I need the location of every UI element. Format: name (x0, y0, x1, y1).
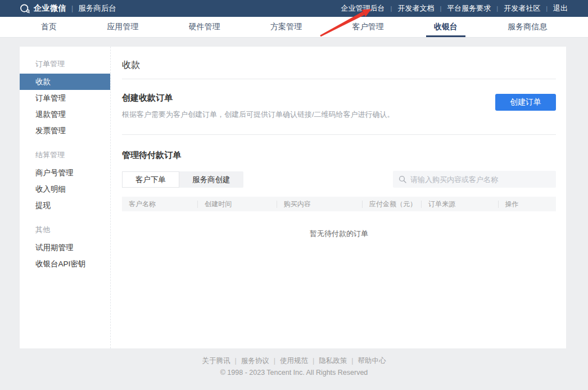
divider (122, 134, 556, 135)
search-input[interactable] (410, 175, 550, 184)
sidebar-group: 订单管理收款订单管理退款管理发票管理 (20, 53, 110, 139)
footer-link[interactable]: 服务协议 (241, 357, 269, 365)
create-order-button[interactable]: 创建订单 (495, 94, 556, 111)
sidebar-group-header: 其他 (20, 219, 110, 239)
tab-客户下单[interactable]: 客户下单 (122, 171, 179, 188)
sidebar-item-发票管理[interactable]: 发票管理 (20, 123, 110, 139)
footer-link[interactable]: 使用规范 (280, 357, 308, 365)
topbar: 企业微信 | 服务商后台 企业管理后台|开发者文档|平台服务要求|开发者社区|退… (0, 0, 588, 17)
sidebar-item-退款管理[interactable]: 退款管理 (20, 106, 110, 123)
topbar-link-separator: | (546, 5, 548, 12)
content-area: 收款 创建收款订单 根据客户需要为客户创建订单，创建后可提供订单确认链接/二维码… (111, 47, 566, 348)
column-header: 客户名称 (122, 199, 197, 209)
footer: 关于腾讯|服务协议|使用规范|隐私政策|帮助中心 © 1998 - 2023 T… (0, 356, 588, 377)
brand-separator: | (71, 4, 73, 12)
topbar-link[interactable]: 企业管理后台 (341, 3, 385, 13)
orders-table-header: 客户名称创建时间购买内容应付金额（元）订单来源操作 (122, 197, 556, 211)
column-header: 创建时间 (197, 201, 277, 208)
sidebar-item-试用期管理[interactable]: 试用期管理 (20, 239, 110, 256)
sidebar-group: 结算管理商户号管理收入明细提现 (20, 144, 110, 214)
nav-item-硬件管理[interactable]: 硬件管理 (189, 17, 220, 37)
create-order-section: 创建收款订单 根据客户需要为客户创建订单，创建后可提供订单确认链接/二维码给客户… (122, 93, 556, 120)
column-header: 应付金额（元） (362, 201, 421, 208)
topbar-links: 企业管理后台|开发者文档|平台服务要求|开发者社区|退出 (341, 3, 568, 13)
footer-link[interactable]: 隐私政策 (319, 357, 347, 365)
topbar-link-separator: | (391, 5, 392, 12)
page-title: 收款 (122, 56, 556, 71)
sidebar-item-收款[interactable]: 收款 (20, 74, 110, 90)
order-source-tabs: 客户下单服务商创建 (122, 171, 243, 188)
topbar-link[interactable]: 开发者社区 (504, 3, 540, 13)
wechat-work-logo-icon (20, 4, 30, 13)
nav-item-收银台[interactable]: 收银台 (434, 17, 458, 37)
divider (122, 79, 556, 79)
footer-link-separator: | (235, 357, 237, 365)
nav-item-方案管理[interactable]: 方案管理 (270, 17, 302, 37)
nav-item-服务商信息[interactable]: 服务商信息 (508, 17, 547, 37)
topbar-link-separator: | (440, 5, 441, 12)
footer-link-separator: | (274, 357, 275, 365)
topbar-link[interactable]: 开发者文档 (397, 3, 434, 13)
topbar-link[interactable]: 退出 (553, 3, 568, 13)
brand-suffix: 服务商后台 (78, 3, 116, 13)
nav-item-应用管理[interactable]: 应用管理 (107, 17, 138, 37)
footer-link[interactable]: 关于腾讯 (202, 357, 230, 365)
sidebar: 订单管理收款订单管理退款管理发票管理结算管理商户号管理收入明细提现其他试用期管理… (20, 47, 111, 348)
footer-link-separator: | (313, 357, 314, 365)
search-icon (399, 175, 406, 183)
main-nav: 首页应用管理硬件管理方案管理客户管理收银台服务商信息 (0, 17, 588, 38)
order-search[interactable] (393, 171, 556, 188)
manage-orders-heading: 管理待付款订单 (122, 150, 556, 161)
sidebar-group-header: 订单管理 (20, 53, 110, 74)
sidebar-item-收入明细[interactable]: 收入明细 (20, 181, 110, 197)
brand: 企业微信 | 服务商后台 (20, 3, 116, 13)
column-header: 操作 (498, 201, 556, 208)
create-order-description: 根据客户需要为客户创建订单，创建后可提供订单确认链接/二维码给客户进行确认。 (122, 110, 556, 120)
footer-link-separator: | (351, 357, 353, 365)
create-order-heading: 创建收款订单 (122, 93, 556, 103)
sidebar-group-header: 结算管理 (20, 144, 110, 165)
footer-link[interactable]: 帮助中心 (358, 357, 386, 365)
sidebar-item-收银台API密钥[interactable]: 收银台API密钥 (20, 256, 110, 272)
footer-links: 关于腾讯|服务协议|使用规范|隐私政策|帮助中心 (0, 356, 588, 366)
tools-row: 客户下单服务商创建 (122, 171, 556, 188)
sidebar-group: 其他试用期管理收银台API密钥 (20, 219, 110, 272)
main-card: 订单管理收款订单管理退款管理发票管理结算管理商户号管理收入明细提现其他试用期管理… (20, 47, 566, 348)
nav-item-客户管理[interactable]: 客户管理 (352, 17, 383, 37)
nav-item-首页[interactable]: 首页 (41, 17, 57, 37)
sidebar-item-商户号管理[interactable]: 商户号管理 (20, 165, 110, 181)
column-header: 购买内容 (277, 201, 362, 208)
copyright: © 1998 - 2023 Tencent Inc. All Rights Re… (0, 369, 588, 377)
empty-state-text: 暂无待付款的订单 (122, 229, 556, 239)
topbar-link[interactable]: 平台服务要求 (447, 3, 491, 13)
column-header: 订单来源 (421, 201, 498, 208)
tab-服务商创建[interactable]: 服务商创建 (179, 171, 243, 188)
brand-name: 企业微信 (34, 3, 66, 13)
sidebar-item-提现[interactable]: 提现 (20, 197, 110, 214)
sidebar-item-订单管理[interactable]: 订单管理 (20, 90, 110, 106)
topbar-link-separator: | (496, 5, 498, 12)
